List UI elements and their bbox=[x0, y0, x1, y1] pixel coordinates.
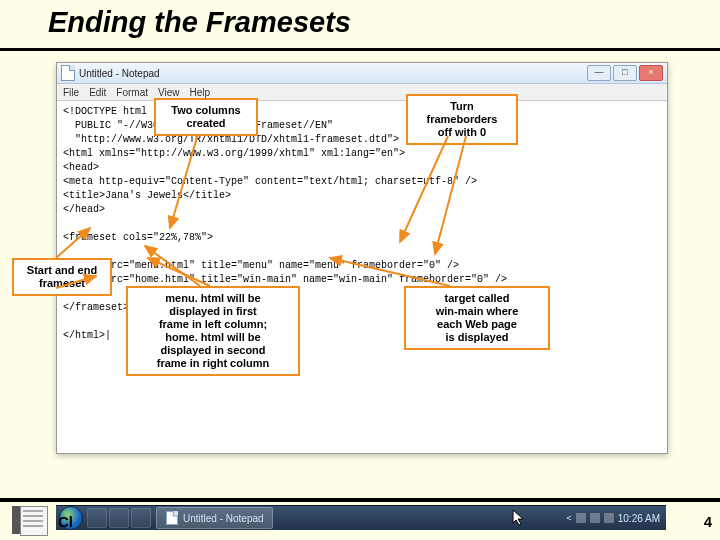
title-divider bbox=[0, 48, 720, 51]
page-number: 4 bbox=[704, 513, 712, 530]
callout-frameborders: Turn frameborders off with 0 bbox=[406, 94, 518, 145]
callout-target: target called win-main where each Web pa… bbox=[404, 286, 550, 350]
slide-title: Ending the Framesets bbox=[48, 6, 351, 39]
quicklaunch-ie-icon[interactable] bbox=[87, 508, 107, 528]
chapter-label: Cl bbox=[58, 513, 73, 530]
menu-bar: File Edit Format View Help bbox=[57, 84, 667, 101]
taskbar-item-label: Untitled - Notepad bbox=[183, 513, 264, 524]
tray-volume-icon[interactable] bbox=[590, 513, 600, 523]
callout-two-columns: Two columns created bbox=[154, 98, 258, 136]
notepad-icon bbox=[61, 65, 75, 81]
tray-network-icon[interactable] bbox=[604, 513, 614, 523]
quicklaunch-media-icon[interactable] bbox=[131, 508, 151, 528]
tray-chevron-icon[interactable]: < bbox=[566, 513, 571, 523]
window-title-text: Untitled - Notepad bbox=[79, 68, 160, 79]
minimize-button[interactable]: — bbox=[587, 65, 611, 81]
close-button[interactable]: × bbox=[639, 65, 663, 81]
windows-taskbar: Untitled - Notepad < 10:26 AM bbox=[56, 505, 666, 530]
menu-file[interactable]: File bbox=[63, 87, 79, 98]
menu-help[interactable]: Help bbox=[190, 87, 211, 98]
notepad-icon bbox=[166, 511, 178, 525]
tray-icon[interactable] bbox=[576, 513, 586, 523]
window-titlebar: Untitled - Notepad — □ × bbox=[57, 63, 667, 84]
system-tray: < 10:26 AM bbox=[566, 513, 660, 524]
quicklaunch-explorer-icon[interactable] bbox=[109, 508, 129, 528]
menu-view[interactable]: View bbox=[158, 87, 180, 98]
notepad-window: Untitled - Notepad — □ × File Edit Forma… bbox=[56, 62, 668, 454]
mouse-cursor-icon bbox=[512, 509, 526, 527]
taskbar-item-notepad[interactable]: Untitled - Notepad bbox=[156, 507, 273, 529]
callout-start-end: Start and end frameset bbox=[12, 258, 112, 296]
callout-menu-home: menu. html will be displayed in first fr… bbox=[126, 286, 300, 376]
footer-divider bbox=[0, 498, 720, 502]
tray-clock[interactable]: 10:26 AM bbox=[618, 513, 660, 524]
maximize-button[interactable]: □ bbox=[613, 65, 637, 81]
publisher-logo bbox=[12, 506, 46, 534]
menu-edit[interactable]: Edit bbox=[89, 87, 106, 98]
menu-format[interactable]: Format bbox=[116, 87, 148, 98]
